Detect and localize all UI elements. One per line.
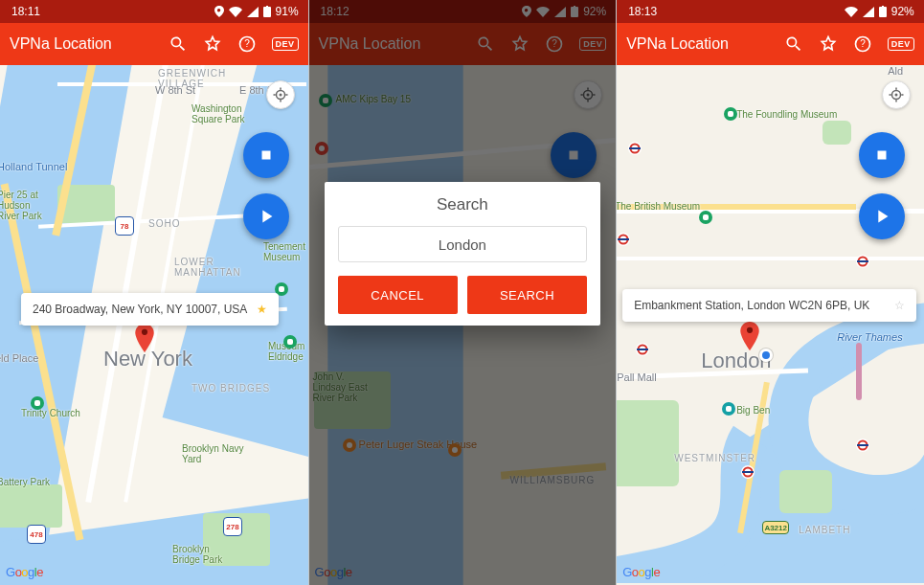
tube-icon [617, 233, 630, 246]
svg-text:?: ? [244, 38, 250, 49]
svg-rect-5 [261, 151, 270, 160]
poi-dot [31, 396, 44, 410]
app-actions: ? DEV [169, 34, 299, 54]
hwy-shield: 78 [115, 216, 134, 236]
map-label: TWO BRIDGES [192, 383, 270, 394]
map-label: Pier 25 at Hudson River Park [0, 190, 42, 221]
screen-newyork: 18:11 91% VPNa Location ? DEV [0, 0, 308, 585]
help-icon[interactable]: ? [237, 34, 257, 54]
tube-icon [856, 255, 869, 268]
map-pin-icon [739, 322, 760, 350]
app-bar: VPNa Location ? DEV [0, 23, 308, 65]
address-text: Embankment Station, London WC2N 6PB, UK [634, 299, 869, 312]
svg-rect-14 [629, 147, 641, 149]
battery-icon [263, 6, 271, 17]
dialog-title: Search [338, 195, 588, 214]
stop-fab[interactable] [243, 132, 289, 178]
app-title: VPNa Location [10, 35, 112, 53]
svg-rect-24 [857, 444, 868, 446]
search-input-value: London [439, 236, 486, 253]
app-bar: VPNa Location ? DEV [617, 23, 924, 65]
wifi-icon [845, 7, 858, 17]
favorite-star-icon[interactable]: ☆ [894, 299, 905, 312]
play-icon [871, 206, 892, 227]
wifi-icon [229, 7, 242, 17]
app-actions: ? DEV [784, 34, 914, 54]
map-label: Brooklyn Bridge Park [172, 544, 222, 565]
my-location-button[interactable] [882, 80, 911, 109]
svg-text:?: ? [860, 38, 866, 49]
map-label: W 8th St [155, 84, 195, 96]
status-bar: 18:13 92% [617, 0, 924, 23]
search-dialog: Search London CANCEL SEARCH [325, 182, 601, 326]
dev-badge[interactable]: DEV [888, 37, 914, 51]
screen-search: 18:12 92% VPNa Location ? DEV AMC Kips B… [308, 0, 617, 585]
app-title: VPNa Location [626, 35, 729, 53]
svg-point-29 [894, 94, 897, 97]
svg-rect-18 [618, 238, 629, 240]
play-icon [256, 206, 277, 227]
map-label: Trinity Church [21, 408, 80, 418]
search-button[interactable]: SEARCH [467, 276, 587, 314]
map-label: Pall Mall [617, 371, 657, 383]
map-pin-icon [134, 324, 155, 352]
address-chip[interactable]: Embankment Station, London WC2N 6PB, UK … [622, 289, 916, 322]
map[interactable]: The Foundling Museum The British Museum … [617, 65, 924, 585]
map-label: Washington Square Park [192, 103, 245, 124]
map-label: Big Ben [736, 405, 770, 416]
cancel-button[interactable]: CANCEL [338, 276, 458, 314]
favorite-star-icon[interactable]: ★ [257, 303, 267, 316]
svg-rect-26 [742, 471, 754, 473]
status-bar: 18:11 91% [0, 0, 308, 23]
signal-icon [247, 7, 259, 17]
crosshair-icon [272, 86, 289, 103]
map-label: River Thames [837, 331, 902, 343]
play-fab[interactable] [859, 193, 905, 239]
svg-rect-30 [877, 151, 886, 160]
svg-point-2 [142, 329, 147, 335]
play-fab[interactable] [243, 193, 289, 239]
status-icons: 91% [214, 5, 299, 18]
star-icon[interactable] [203, 34, 222, 54]
map-label: Holland Tunnel [0, 161, 67, 172]
map-label: The British Museum [617, 201, 700, 212]
map-label: Battery Park [0, 477, 50, 487]
stop-icon [258, 146, 275, 164]
road-shield: A3212 [762, 521, 789, 534]
google-logo: Google [6, 565, 43, 579]
stop-icon [873, 146, 890, 164]
address-text: 240 Broadway, New York, NY 10007, USA [33, 303, 247, 316]
search-input[interactable]: London [338, 226, 588, 262]
hwy-shield: 478 [27, 525, 46, 544]
map-label: LAMBETH [799, 525, 850, 535]
address-chip[interactable]: 240 Broadway, New York, NY 10007, USA ★ [21, 293, 279, 326]
search-icon[interactable] [169, 34, 188, 54]
map-label: Brooklyn Navy Yard [182, 443, 243, 464]
map[interactable]: GREENWICH VILLAGE W 8th St E 8th St Wash… [0, 65, 308, 585]
map-label: eld Place [0, 352, 38, 364]
map-label: LOWER MANHATTAN [174, 257, 241, 278]
battery-icon [879, 6, 887, 17]
map-label: Tenement Museum [263, 241, 305, 262]
search-icon[interactable] [784, 34, 803, 54]
location-icon [214, 6, 224, 17]
svg-rect-22 [637, 349, 648, 350]
my-location-button[interactable] [266, 80, 295, 109]
star-icon[interactable] [819, 34, 838, 54]
battery-text: 91% [276, 5, 299, 18]
clock: 18:11 [11, 5, 40, 18]
map-label: WESTMINSTER [674, 453, 755, 463]
status-icons: 92% [845, 5, 914, 18]
map-label: SOHO [148, 218, 180, 229]
help-icon[interactable]: ? [853, 34, 872, 54]
clock: 18:13 [628, 5, 657, 18]
svg-point-27 [747, 327, 753, 333]
tube-icon [856, 439, 869, 452]
stop-fab[interactable] [859, 132, 905, 178]
poi-dot [283, 335, 297, 349]
svg-point-4 [279, 94, 282, 97]
dev-badge[interactable]: DEV [272, 37, 299, 51]
crosshair-icon [888, 86, 905, 103]
tube-icon [636, 343, 649, 356]
svg-rect-20 [857, 260, 868, 262]
